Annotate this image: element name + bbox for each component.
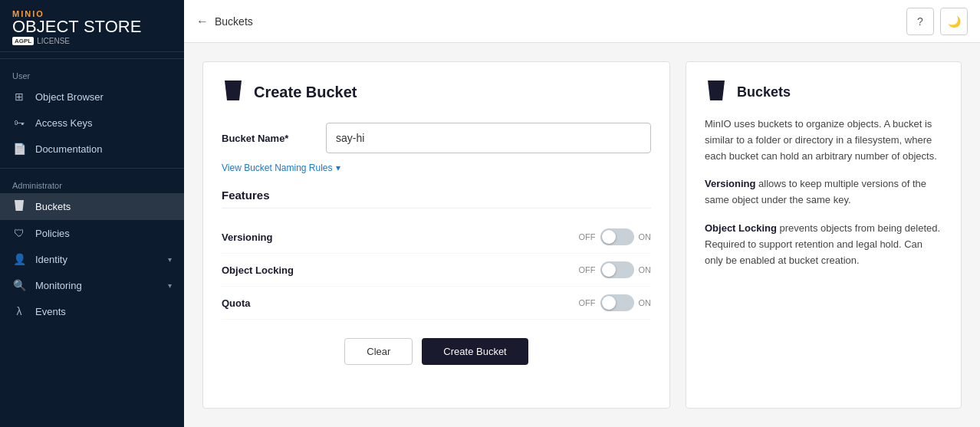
- versioning-on-label: ON: [639, 232, 652, 241]
- info-panel: Buckets MinIO uses buckets to organize o…: [686, 61, 962, 409]
- naming-rules-text: View Bucket Naming Rules: [222, 163, 333, 173]
- quota-row: Quota OFF ON: [222, 287, 651, 320]
- info-title-text: Buckets: [737, 84, 791, 100]
- brand-bold: OBJECT: [12, 17, 79, 36]
- content-area: Create Bucket Bucket Name* View Bucket N…: [184, 43, 980, 427]
- versioning-bold: Versioning: [705, 178, 755, 189]
- quota-label: Quota: [222, 297, 579, 309]
- sidebar-item-events[interactable]: λ Events: [0, 298, 184, 324]
- create-bucket-button[interactable]: Create Bucket: [422, 338, 528, 365]
- info-title: Buckets: [705, 80, 942, 104]
- quota-toggle[interactable]: [600, 294, 634, 311]
- sidebar-item-object-browser[interactable]: ⊞ Object Browser: [0, 84, 184, 110]
- object-locking-toggle-group: OFF ON: [579, 261, 652, 278]
- breadcrumb: ← Buckets: [196, 15, 253, 28]
- versioning-row: Versioning OFF ON: [222, 221, 651, 254]
- quota-off-label: OFF: [579, 298, 596, 307]
- user-section-label: User: [0, 65, 184, 84]
- sidebar-item-label: Access Keys: [35, 117, 92, 129]
- sidebar-item-label: Events: [35, 306, 66, 317]
- create-bucket-form: Create Bucket Bucket Name* View Bucket N…: [202, 61, 670, 409]
- versioning-toggle-group: OFF ON: [579, 228, 652, 245]
- moon-icon: 🌙: [948, 15, 961, 28]
- bucket-name-input[interactable]: [326, 123, 651, 153]
- admin-section-label: Administrator: [0, 175, 184, 193]
- sidebar-item-buckets[interactable]: Buckets: [0, 193, 184, 220]
- info-paragraph-2: Versioning allows to keep multiple versi…: [705, 176, 942, 209]
- form-actions: Clear Create Bucket: [222, 338, 651, 365]
- object-locking-toggle[interactable]: [600, 261, 634, 278]
- bucket-info-icon: [705, 80, 728, 104]
- lambda-icon: λ: [12, 305, 26, 317]
- info-paragraph-1-text: MinIO uses buckets to organize objects. …: [705, 118, 937, 162]
- sidebar-item-label: Policies: [35, 228, 70, 239]
- sidebar-item-monitoring[interactable]: 🔍 Monitoring ▾: [0, 272, 184, 298]
- back-button[interactable]: ←: [196, 15, 209, 28]
- form-title-text: Create Bucket: [254, 84, 357, 101]
- sidebar-item-label: Object Browser: [35, 91, 104, 103]
- object-locking-label: Object Locking: [222, 264, 579, 276]
- clear-button[interactable]: Clear: [344, 338, 413, 365]
- quota-toggle-group: OFF ON: [579, 294, 652, 311]
- key-icon: 🗝: [12, 117, 26, 129]
- quota-on-label: ON: [639, 298, 652, 307]
- brand-label: OBJECT STORE: [12, 18, 172, 35]
- features-title: Features: [222, 189, 651, 209]
- shield-nav-icon: 🛡: [12, 227, 26, 239]
- sidebar-item-access-keys[interactable]: 🗝 Access Keys: [0, 110, 184, 136]
- main-content: ← Buckets ? 🌙 Create Bucket: [184, 0, 980, 427]
- theme-toggle-button[interactable]: 🌙: [940, 8, 968, 35]
- form-title: Create Bucket: [222, 80, 651, 104]
- info-paragraph-1: MinIO uses buckets to organize objects. …: [705, 117, 942, 164]
- bucket-form-icon: [222, 80, 245, 104]
- doc-icon: 📄: [12, 143, 26, 155]
- brand-light: STORE: [84, 17, 141, 36]
- chevron-down-icon: ▾: [168, 281, 172, 290]
- monitor-icon: 🔍: [12, 279, 26, 291]
- sidebar-item-documentation[interactable]: 📄 Documentation: [0, 136, 184, 162]
- versioning-label: Versioning: [222, 232, 579, 243]
- sidebar-item-label: Documentation: [35, 143, 102, 155]
- sidebar-item-label: Monitoring: [35, 280, 82, 291]
- help-button[interactable]: ?: [906, 8, 934, 35]
- versioning-off-label: OFF: [579, 232, 596, 241]
- license-row: AGPL LICENSE: [12, 37, 172, 45]
- naming-rules-link[interactable]: View Bucket Naming Rules ▾: [222, 163, 651, 173]
- breadcrumb-label: Buckets: [215, 15, 253, 28]
- bucket-nav-icon: [12, 200, 26, 213]
- object-locking-on-label: ON: [639, 265, 652, 274]
- topbar: ← Buckets ? 🌙: [184, 0, 980, 43]
- sidebar-item-label: Buckets: [35, 201, 71, 212]
- help-icon: ?: [917, 15, 923, 28]
- license-label: LICENSE: [37, 37, 70, 45]
- bucket-name-label: Bucket Name*: [222, 133, 314, 144]
- chevron-down-icon: ▾: [336, 163, 340, 173]
- topbar-actions: ? 🌙: [906, 8, 968, 35]
- sidebar-logo: MINIO OBJECT STORE AGPL LICENSE: [0, 0, 184, 52]
- grid-icon: ⊞: [12, 90, 26, 103]
- sidebar-divider-top: [0, 58, 184, 59]
- sidebar-item-policies[interactable]: 🛡 Policies: [0, 220, 184, 246]
- sidebar: MINIO OBJECT STORE AGPL LICENSE User ⊞ O…: [0, 0, 184, 427]
- object-locking-bold: Object Locking: [705, 222, 777, 234]
- object-locking-row: Object Locking OFF ON: [222, 254, 651, 287]
- bucket-name-row: Bucket Name*: [222, 123, 651, 153]
- id-icon: 👤: [12, 253, 26, 265]
- sidebar-item-label: Identity: [35, 254, 67, 265]
- object-locking-off-label: OFF: [579, 265, 596, 274]
- versioning-toggle[interactable]: [600, 228, 634, 245]
- sidebar-divider-mid: [0, 168, 184, 169]
- agpl-badge: AGPL: [12, 37, 34, 45]
- chevron-down-icon: ▾: [168, 255, 172, 264]
- info-paragraph-3: Object Locking prevents objects from bei…: [705, 221, 942, 268]
- sidebar-item-identity[interactable]: 👤 Identity ▾: [0, 246, 184, 272]
